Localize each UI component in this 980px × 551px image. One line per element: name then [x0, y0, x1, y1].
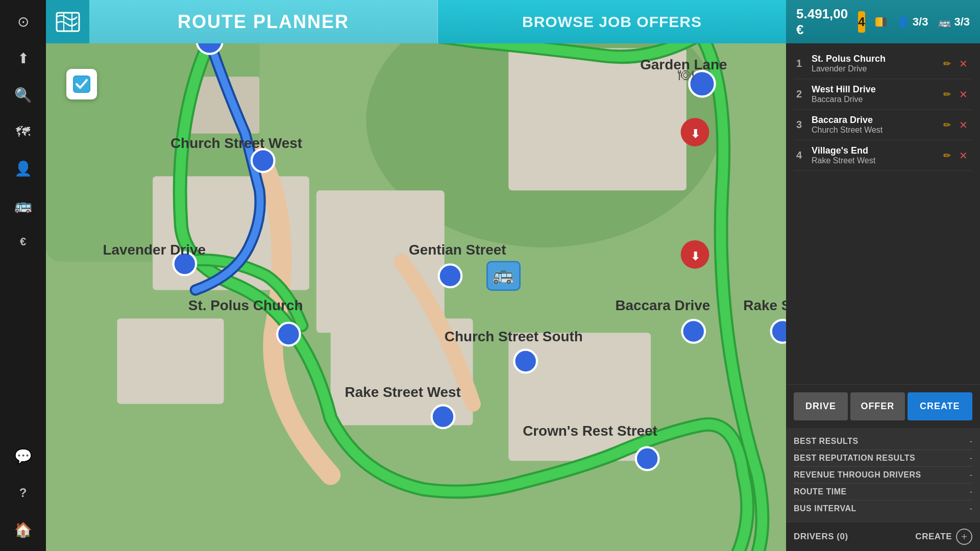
svg-text:Gentian Street: Gentian Street: [409, 242, 506, 258]
route-item-1: 1 St. Polus Church Lavender Drive ✏ ✕: [794, 48, 972, 79]
main-content: ROUTE PLANNER BROWSE JOB OFFERS 5.491,00…: [46, 0, 980, 551]
route-info-2: West Hill Drive Baccara Drive: [812, 84, 941, 104]
route-num-1: 1: [796, 58, 812, 69]
content-area: 🚌 ⬇ ⬇ Garden Lane Church Street West Lav…: [46, 43, 980, 551]
edit-btn-4[interactable]: ✏: [941, 148, 953, 163]
edit-btn-1[interactable]: ✏: [941, 56, 953, 71]
svg-point-17: [277, 323, 300, 346]
route-to-4: Rake Street West: [812, 156, 941, 165]
create-button[interactable]: CREATE: [908, 392, 973, 420]
svg-point-16: [439, 264, 462, 287]
sidebar-driver[interactable]: 👤: [7, 152, 39, 185]
route-num-4: 4: [796, 149, 812, 161]
svg-point-18: [682, 320, 705, 343]
stat-label-time: ROUTE TIME: [794, 487, 847, 496]
stat-value-rev: -: [970, 470, 972, 480]
route-info-1: St. Polus Church Lavender Drive: [812, 54, 941, 73]
buses-stat: 🚌 3/3: [938, 15, 970, 29]
sidebar-money[interactable]: €: [7, 226, 39, 258]
stat-value-time: -: [970, 487, 972, 496]
route-num-3: 3: [796, 119, 812, 131]
create-driver-btn[interactable]: CREATE +: [915, 529, 972, 545]
money-display: 5.491,00 €: [796, 6, 848, 38]
tab-browse-jobs[interactable]: BROWSE JOB OFFERS: [438, 0, 786, 43]
route-to-1: Lavender Drive: [812, 64, 941, 73]
delete-btn-2[interactable]: ✕: [957, 86, 970, 103]
svg-text:Baccara Drive: Baccara Drive: [615, 297, 710, 313]
stat-label-interval: BUS INTERVAL: [794, 504, 856, 513]
route-item-3: 3 Baccara Drive Church Street West ✏ ✕: [794, 110, 972, 140]
map-check-button[interactable]: [66, 69, 97, 99]
top-right-info: 5.491,00 € 4 👤 3/3 🚌 3/3: [786, 0, 980, 43]
svg-point-22: [636, 447, 659, 470]
create-driver-label: CREATE: [915, 532, 952, 542]
svg-point-14: [252, 149, 275, 172]
route-from-3: Baccara Drive: [812, 115, 941, 126]
route-info-3: Baccara Drive Church Street West: [812, 115, 941, 135]
drivers-row: DRIVERS (0) CREATE +: [786, 522, 980, 551]
delete-btn-4[interactable]: ✕: [957, 147, 970, 164]
route-actions-1: ✏ ✕: [941, 56, 970, 72]
offer-button[interactable]: OFFER: [850, 392, 904, 420]
delete-btn-3[interactable]: ✕: [957, 117, 970, 133]
route-from-1: St. Polus Church: [812, 54, 941, 64]
svg-point-21: [432, 405, 455, 428]
route-actions-4: ✏ ✕: [941, 147, 970, 164]
svg-point-19: [771, 320, 786, 343]
sidebar-search[interactable]: 🔍: [7, 79, 39, 111]
edit-btn-3[interactable]: ✏: [941, 117, 953, 133]
sidebar-home[interactable]: 🏠: [7, 513, 39, 546]
sidebar-compass[interactable]: ⊙: [7, 5, 39, 38]
stat-reputation: BEST REPUTATION RESULTS -: [794, 450, 972, 467]
route-to-3: Church Street West: [812, 126, 941, 135]
tab-route-planner[interactable]: ROUTE PLANNER: [89, 0, 438, 43]
edit-btn-2[interactable]: ✏: [941, 87, 953, 102]
plus-icon[interactable]: +: [956, 529, 972, 545]
sidebar-help[interactable]: ?: [7, 477, 39, 509]
route-item-4: 4 Village's End Rake Street West ✏ ✕: [794, 140, 972, 171]
route-actions-3: ✏ ✕: [941, 117, 970, 133]
left-sidebar: ⊙ ⬆ 🔍 🗺 👤 🚌 € 💬 ? 🏠: [0, 0, 46, 551]
svg-text:Church Street West: Church Street West: [170, 135, 302, 151]
stat-value-best: -: [970, 437, 972, 446]
stat-revenue: REVENUE THROUGH DRIVERS -: [794, 467, 972, 484]
map-icon-button[interactable]: [46, 0, 89, 43]
route-from-4: Village's End: [812, 145, 941, 156]
level-badge: 4: [858, 11, 865, 33]
svg-rect-8: [117, 318, 224, 404]
svg-text:Rake Street West: Rake Street West: [345, 384, 461, 400]
svg-text:⬇: ⬇: [691, 250, 700, 263]
xp-bar: [875, 17, 887, 27]
delete-btn-1[interactable]: ✕: [957, 56, 970, 72]
xp-bar-fill: [875, 17, 883, 27]
svg-text:🚌: 🚌: [493, 264, 514, 285]
svg-text:Church Street South: Church Street South: [445, 329, 583, 344]
drivers-label: DRIVERS (0): [794, 532, 848, 542]
stat-label-best: BEST RESULTS: [794, 437, 859, 446]
route-list: 1 St. Polus Church Lavender Drive ✏ ✕ 2 …: [786, 43, 980, 384]
svg-text:Rake St.: Rake St.: [743, 297, 786, 313]
sidebar-map[interactable]: 🗺: [7, 115, 39, 148]
stats-panel: BEST RESULTS - BEST REPUTATION RESULTS -…: [786, 428, 980, 522]
svg-text:Crown's Rest Street: Crown's Rest Street: [523, 423, 657, 439]
stat-bus-interval: BUS INTERVAL -: [794, 500, 972, 517]
drive-button[interactable]: DRIVE: [794, 392, 848, 420]
right-panel: 1 St. Polus Church Lavender Drive ✏ ✕ 2 …: [786, 43, 980, 551]
svg-text:🍽: 🍽: [678, 66, 694, 83]
map-area[interactable]: 🚌 ⬇ ⬇ Garden Lane Church Street West Lav…: [46, 43, 786, 551]
bus-stat-icon: 🚌: [938, 16, 951, 28]
stat-route-time: ROUTE TIME -: [794, 484, 972, 500]
svg-text:⬇: ⬇: [691, 128, 700, 140]
sidebar-bus[interactable]: 🚌: [7, 189, 39, 221]
sidebar-upload[interactable]: ⬆: [7, 42, 39, 74]
sidebar-chat[interactable]: 💬: [7, 440, 39, 472]
route-info-4: Village's End Rake Street West: [812, 145, 941, 165]
stat-value-interval: -: [970, 504, 972, 513]
route-item-2: 2 West Hill Drive Baccara Drive ✏ ✕: [794, 79, 972, 110]
route-from-2: West Hill Drive: [812, 84, 941, 95]
stat-value-rep: -: [970, 454, 972, 463]
stat-label-rep: BEST REPUTATION RESULTS: [794, 454, 915, 463]
route-num-2: 2: [796, 88, 812, 100]
stat-label-rev: REVENUE THROUGH DRIVERS: [794, 470, 921, 480]
route-actions-2: ✏ ✕: [941, 86, 970, 103]
